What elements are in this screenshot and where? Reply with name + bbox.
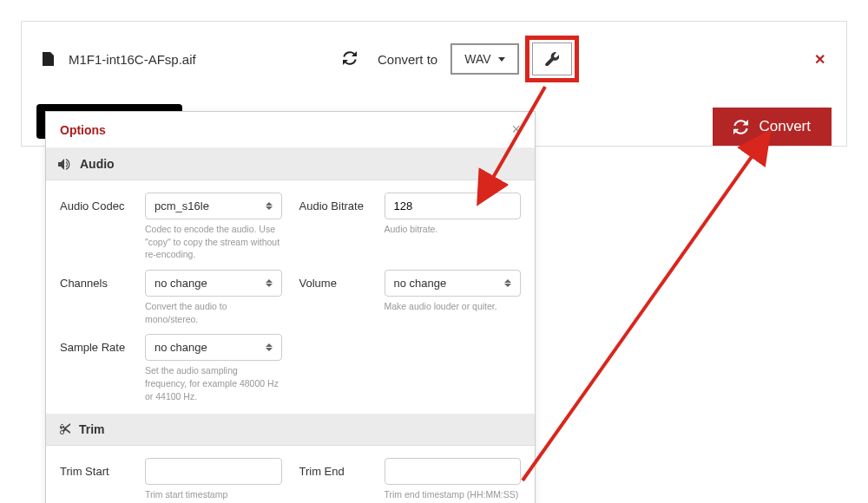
refresh-icon[interactable]: [343, 51, 357, 68]
samplerate-label: Sample Rate: [60, 334, 135, 354]
codec-label: Audio Codec: [60, 193, 135, 212]
bitrate-help: Audio bitrate.: [385, 223, 522, 236]
format-select[interactable]: WAV: [451, 44, 517, 74]
channels-help: Convert the audio to mono/stereo.: [145, 300, 282, 325]
samplerate-select[interactable]: no change: [145, 334, 282, 361]
codec-select[interactable]: pcm_s16le: [145, 193, 282, 219]
bitrate-input[interactable]: [385, 193, 522, 219]
options-panel: Options × Audio Audio Codec pcm_s16le Co…: [45, 111, 536, 503]
remove-file-button[interactable]: ✕: [814, 51, 825, 68]
trimend-input[interactable]: [385, 458, 522, 485]
filename: M1F1-int16C-AFsp.aif: [69, 52, 329, 67]
convert-button[interactable]: Convert: [713, 108, 832, 146]
file-row: M1F1-int16C-AFsp.aif Convert to WAV ✕: [43, 37, 825, 81]
trimend-help: Trim end timestamp (HH:MM:SS): [385, 488, 522, 501]
volume-help: Make audio louder or quiter.: [385, 300, 522, 313]
sort-icon: [266, 279, 273, 287]
panel-close-button[interactable]: ×: [511, 121, 521, 139]
trimstart-help: Trim start timestamp (HH:MM:SS): [145, 488, 282, 504]
audio-section-body: Audio Codec pcm_s16le Codec to encode th…: [46, 180, 535, 414]
refresh-white-icon: [733, 120, 748, 134]
trim-section-header: Trim: [46, 414, 535, 446]
audio-section-title: Audio: [80, 157, 115, 171]
volume-label: Volume: [299, 270, 374, 290]
sort-icon: [266, 202, 273, 210]
convert-to-label: Convert to: [378, 52, 437, 67]
bitrate-label: Audio Bitrate: [299, 193, 374, 212]
svg-line-1: [523, 152, 755, 480]
trim-section-body: Trim Start Trim start timestamp (HH:MM:S…: [46, 446, 535, 504]
channels-value: no change: [155, 277, 207, 290]
channels-label: Channels: [60, 270, 135, 290]
wrench-icon: [545, 52, 559, 66]
file-icon: [43, 51, 55, 67]
settings-button[interactable]: [532, 42, 572, 75]
scissors-icon: [58, 423, 70, 435]
volume-value: no change: [394, 277, 447, 290]
sort-icon: [266, 343, 273, 351]
chevron-down-icon: [498, 57, 505, 62]
sort-icon: [504, 279, 511, 287]
format-value: WAV: [464, 52, 490, 66]
panel-header: Options ×: [46, 112, 535, 148]
panel-title: Options: [60, 123, 106, 137]
trim-section-title: Trim: [79, 422, 105, 436]
codec-value: pcm_s16le: [155, 199, 209, 212]
trimstart-label: Trim Start: [60, 458, 135, 478]
convert-label: Convert: [759, 118, 811, 135]
samplerate-help: Set the audio sampling frequency, for ex…: [145, 364, 282, 402]
audio-section-header: Audio: [46, 148, 535, 180]
codec-help: Codec to encode the audio. Use "copy" to…: [145, 223, 282, 261]
trimend-label: Trim End: [299, 458, 374, 478]
samplerate-value: no change: [155, 341, 207, 354]
volume-icon: [58, 159, 71, 170]
trimstart-input[interactable]: [145, 458, 282, 485]
channels-select[interactable]: no change: [145, 270, 282, 297]
volume-select[interactable]: no change: [385, 270, 522, 297]
